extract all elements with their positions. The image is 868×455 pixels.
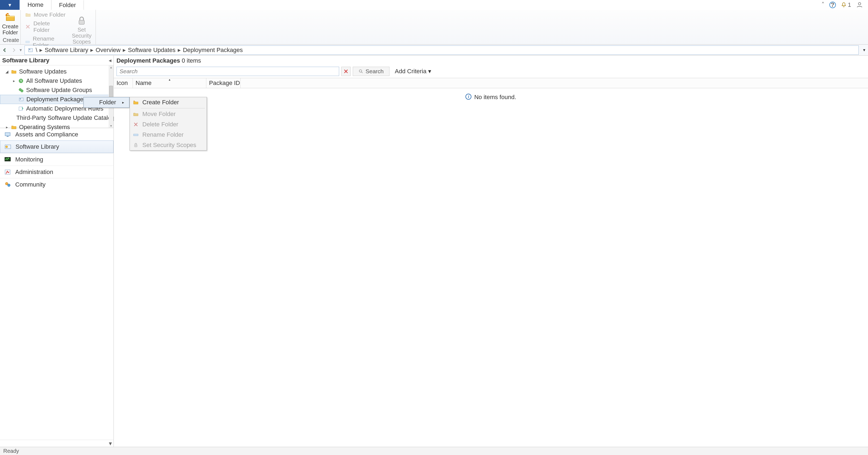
wb-label: Assets and Compliance: [15, 131, 78, 138]
update-groups-icon: [18, 87, 24, 93]
svg-rect-22: [134, 145, 137, 147]
set-security-scopes-button[interactable]: Set Security Scopes: [70, 11, 93, 49]
tree-label: Software Update Groups: [26, 87, 92, 94]
move-folder-label: Move Folder: [34, 11, 66, 18]
breadcrumb-item[interactable]: Software Library: [44, 47, 88, 54]
wb-software-library[interactable]: Software Library: [0, 141, 114, 153]
context-label: Create Folder: [142, 99, 179, 106]
delete-folder-button[interactable]: Delete Folder: [23, 20, 67, 34]
tree-item-software-updates[interactable]: ◢ Software Updates: [0, 67, 114, 76]
context-menu-root: Folder ▸: [83, 97, 130, 108]
tree-label: Third-Party Software Update Catalogs: [16, 114, 118, 121]
breadcrumb[interactable]: \ ▸ Software Library ▸ Overview ▸ Softwa…: [25, 46, 859, 55]
create-folder-button[interactable]: Create Folder: [1, 11, 20, 36]
quick-access-button[interactable]: ▾: [0, 0, 20, 10]
collapse-nav-icon[interactable]: ◂: [109, 57, 111, 63]
svg-point-18: [5, 182, 8, 185]
tree-label: Software Updates: [19, 68, 67, 75]
svg-point-20: [359, 70, 362, 72]
clear-x-icon: [343, 69, 349, 74]
context-folder-item[interactable]: Folder ▸: [84, 97, 129, 108]
tab-home[interactable]: Home: [20, 0, 52, 10]
column-name[interactable]: Name ▴: [133, 78, 206, 88]
move-folder-button[interactable]: Move Folder: [23, 11, 67, 19]
svg-rect-1: [26, 41, 29, 43]
lock-icon: [132, 142, 139, 148]
info-icon: i: [465, 94, 471, 100]
tree-scrollbar[interactable]: ▴ ▾: [108, 65, 114, 128]
column-package-id[interactable]: Package ID: [206, 78, 241, 88]
breadcrumb-item[interactable]: Software Updates: [128, 47, 176, 54]
context-submenu-folder: Create Folder Move Folder Delete Folder: [130, 97, 207, 151]
expand-toggle-icon[interactable]: ▸: [12, 79, 16, 83]
scroll-down-icon[interactable]: ▾: [110, 124, 112, 128]
spacer: [87, 99, 93, 105]
community-icon: [4, 181, 11, 188]
column-name-label: Name: [135, 80, 152, 87]
wb-label: Community: [15, 181, 45, 188]
package-icon: [18, 96, 24, 102]
svg-rect-2: [79, 20, 84, 24]
collapse-toggle-icon[interactable]: ◢: [5, 69, 9, 74]
chevron-right-icon: ▸: [39, 47, 42, 54]
breadcrumb-item[interactable]: Deployment Packages: [183, 47, 243, 54]
nav-history-dropdown[interactable]: ▾: [19, 48, 23, 53]
tree-label: All Software Updates: [26, 77, 82, 84]
scroll-up-icon[interactable]: ▴: [110, 65, 112, 69]
delete-folder-label: Delete Folder: [33, 20, 66, 33]
notification-bell[interactable]: 1: [841, 1, 851, 8]
wb-community[interactable]: Community: [0, 178, 114, 191]
new-folder-icon: [132, 99, 139, 105]
expand-toggle-icon[interactable]: ▸: [5, 125, 9, 129]
context-move-folder[interactable]: Move Folder: [130, 109, 207, 119]
notification-count: 1: [848, 1, 851, 8]
chevron-right-icon: ▸: [123, 47, 126, 54]
ribbon: Create Folder Create Move Folder Delete …: [0, 10, 868, 44]
context-security-scopes[interactable]: Set Security Scopes: [130, 140, 207, 150]
add-criteria-button[interactable]: Add Criteria ▾: [392, 68, 431, 75]
tree-item-operating-systems[interactable]: ▸ Operating Systems: [0, 123, 114, 132]
lock-icon: [76, 15, 87, 26]
folder-icon: [11, 124, 17, 130]
chevron-right-icon: ▸: [90, 47, 93, 54]
wb-label: Administration: [15, 169, 53, 176]
svg-rect-4: [29, 49, 30, 50]
context-create-folder[interactable]: Create Folder: [130, 97, 207, 108]
user-icon[interactable]: [856, 1, 863, 8]
address-dropdown[interactable]: ▾: [860, 48, 868, 53]
context-label: Set Security Scopes: [142, 142, 196, 149]
search-button[interactable]: Search: [353, 67, 390, 76]
search-input[interactable]: [117, 67, 339, 76]
breadcrumb-root[interactable]: \: [36, 47, 37, 54]
svg-point-7: [21, 90, 23, 92]
tree-item-all-updates[interactable]: ▸ All Software Updates: [0, 76, 114, 86]
empty-text: No items found.: [474, 94, 516, 101]
column-spacer: [241, 78, 868, 88]
tree-item-update-groups[interactable]: Software Update Groups: [0, 86, 114, 95]
tree-label: Operating Systems: [19, 124, 70, 131]
context-rename-folder[interactable]: Rename Folder: [130, 130, 207, 140]
move-folder-icon: [25, 12, 31, 18]
clear-search-button[interactable]: [341, 67, 350, 76]
wb-label: Software Library: [16, 143, 59, 150]
tree-item-third-party[interactable]: Third-Party Software Update Catalogs: [0, 113, 114, 123]
grid-empty-state: i No items found.: [114, 88, 868, 447]
context-delete-folder[interactable]: Delete Folder: [130, 119, 207, 130]
tab-bar: ▾ Home Folder ˄ ? 1: [0, 0, 868, 10]
wb-administration[interactable]: Administration: [0, 165, 114, 178]
wunderbar: Assets and Compliance Software Library M…: [0, 128, 114, 447]
adr-icon: [18, 105, 24, 112]
nav-forward-button[interactable]: [9, 46, 19, 55]
nav-back-button[interactable]: [0, 46, 9, 55]
context-label: Delete Folder: [142, 121, 178, 128]
ribbon-collapse-icon[interactable]: ˄: [822, 1, 825, 8]
help-icon[interactable]: ?: [829, 2, 836, 8]
nav-header: Software Library ◂: [0, 56, 114, 65]
breadcrumb-item[interactable]: Overview: [96, 47, 121, 54]
tab-folder[interactable]: Folder: [52, 0, 84, 10]
wb-monitoring[interactable]: Monitoring: [0, 153, 114, 165]
search-button-label: Search: [366, 68, 384, 74]
wb-overflow[interactable]: ▾: [0, 440, 114, 447]
svg-rect-21: [134, 134, 138, 135]
column-icon[interactable]: Icon: [114, 78, 133, 88]
